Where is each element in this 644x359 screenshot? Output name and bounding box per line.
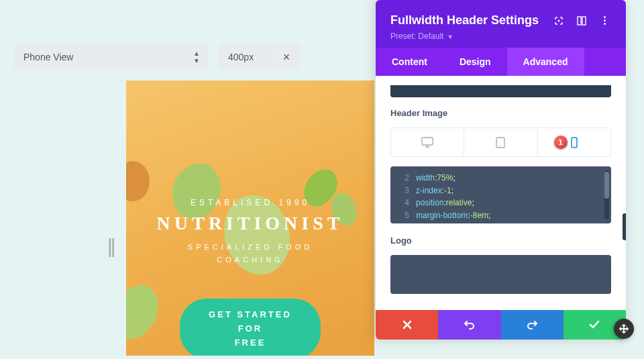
- cta-primary-button[interactable]: GET STARTED FOR FREE: [180, 299, 321, 356]
- undo-icon: [464, 319, 476, 330]
- device-tab-phone[interactable]: 1: [538, 128, 610, 156]
- desktop-icon: [421, 137, 433, 148]
- tab-advanced[interactable]: Advanced: [507, 48, 584, 76]
- panel-resize-handle[interactable]: [623, 213, 626, 240]
- tablet-icon: [496, 137, 505, 148]
- close-icon: ×: [283, 50, 290, 64]
- logo-css-editor[interactable]: [390, 255, 611, 294]
- view-mode-value: Phone View: [23, 52, 73, 62]
- device-tab-tablet[interactable]: [464, 128, 537, 156]
- check-icon: [589, 320, 600, 329]
- settings-tabs: Content Design Advanced: [376, 48, 626, 76]
- redo-icon: [526, 319, 538, 330]
- svg-rect-8: [582, 17, 586, 25]
- width-control: 400px ×: [218, 44, 300, 70]
- cancel-button[interactable]: [376, 310, 438, 340]
- annotation-badge: 1: [554, 136, 568, 149]
- hero-title: NUTRITIONIST: [126, 213, 374, 234]
- section-logo-label: Logo: [390, 236, 611, 246]
- width-input[interactable]: 400px: [218, 44, 272, 70]
- svg-point-13: [574, 146, 574, 146]
- hero-text: ESTABLISED 1990 NUTRITIONIST SPECIALIZED…: [126, 198, 374, 266]
- section-header-image-label: Header Image: [390, 108, 611, 118]
- svg-point-6: [558, 19, 560, 21]
- tab-content[interactable]: Content: [376, 48, 443, 76]
- panel-header: Fullwidth Header Settings Preset: Defaul…: [376, 0, 626, 48]
- width-clear-button[interactable]: ×: [273, 44, 300, 70]
- svg-rect-9: [422, 138, 433, 145]
- phone-icon: [571, 137, 578, 148]
- leaf-decor-icon: [126, 282, 163, 342]
- caret-down-icon: ▼: [447, 34, 453, 40]
- panel-footer: [376, 310, 626, 340]
- preset-selector[interactable]: Preset: Default ▼: [390, 32, 611, 41]
- custom-css-editor[interactable]: 2width:75%; 3z-index:-1; 4position:relat…: [390, 166, 611, 223]
- svg-point-5: [126, 282, 163, 342]
- panel-body: Header Image 1 2width:75%; 3z-index:-1; …: [376, 76, 626, 310]
- tab-design[interactable]: Design: [443, 48, 507, 76]
- tagline-top: ESTABLISED 1990: [126, 198, 374, 207]
- device-tab-desktop[interactable]: [391, 128, 464, 156]
- settings-panel: Fullwidth Header Settings Preset: Defaul…: [376, 0, 626, 340]
- phone-preview: ESTABLISED 1990 NUTRITIONIST SPECIALIZED…: [126, 81, 374, 356]
- close-icon: [402, 320, 412, 329]
- device-responsive-tabs: 1: [390, 127, 611, 157]
- redo-button[interactable]: [501, 310, 564, 340]
- svg-point-0: [126, 161, 150, 201]
- responsive-toolbar: Phone View ▲▼ 400px ×: [13, 44, 300, 70]
- svg-point-11: [500, 145, 502, 146]
- expand-arrows-icon: [619, 324, 629, 334]
- svg-rect-7: [578, 17, 581, 25]
- select-arrows-icon: ▲▼: [193, 50, 200, 64]
- resize-handle-left[interactable]: ||: [107, 235, 114, 258]
- tagline-bottom: SPECIALIZED FOOD COACHING: [126, 241, 374, 266]
- columns-icon[interactable]: [575, 14, 588, 28]
- undo-button[interactable]: [438, 310, 500, 340]
- panel-title: Fullwidth Header Settings: [390, 13, 543, 28]
- collapsed-code-block[interactable]: [390, 85, 611, 97]
- target-icon[interactable]: [552, 14, 566, 28]
- code-scrollbar[interactable]: [604, 170, 609, 219]
- width-value: 400px: [228, 52, 254, 62]
- view-mode-select[interactable]: Phone View ▲▼: [13, 44, 208, 70]
- more-menu-icon[interactable]: [598, 14, 611, 28]
